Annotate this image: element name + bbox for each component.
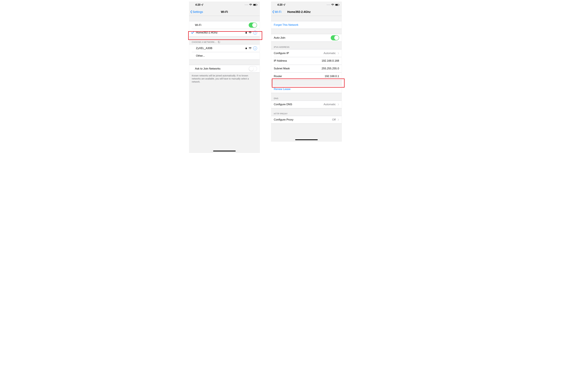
status-time: 4:20 <box>277 3 282 6</box>
router-row: Router 192.168.0.1 <box>271 72 342 80</box>
other-network-other-row[interactable]: Other... <box>189 52 260 60</box>
other-network-row[interactable]: ZyXEL_A30B i <box>189 44 260 52</box>
status-time: 4:20 <box>195 3 200 6</box>
spinner-icon <box>218 41 220 43</box>
chevron-right-icon <box>338 52 339 54</box>
wifi-signal-icon <box>249 32 252 34</box>
chevron-right-icon <box>338 118 339 121</box>
cell-signal-dots-icon <box>327 4 330 5</box>
battery-icon <box>335 4 339 6</box>
ip-address-row: IP Address 192.168.0.168 <box>271 57 342 65</box>
ask-join-toggle[interactable] <box>249 66 257 71</box>
configure-proxy-label: Configure Proxy <box>274 118 332 121</box>
forget-network-label: Forget This Network <box>274 23 298 26</box>
other-label: Other... <box>196 54 257 57</box>
status-bar: 4:20 <box>189 2 260 8</box>
wifi-toggle-row[interactable]: Wi-Fi <box>189 21 260 29</box>
cell-signal-dots-icon <box>245 4 248 5</box>
renew-lease-label: Renew Lease <box>274 88 291 91</box>
info-icon[interactable]: i <box>253 46 257 50</box>
router-label: Router <box>274 75 325 78</box>
wifi-signal-icon <box>249 47 252 49</box>
configure-dns-value: Automatic <box>323 103 336 106</box>
ipv4-header: IPV4 ADDRESS <box>271 42 342 49</box>
proxy-header: HTTP PROXY <box>271 108 342 116</box>
location-arrow-icon <box>201 4 203 6</box>
wifi-toggle[interactable] <box>249 23 257 28</box>
ask-join-label: Ask to Join Networks <box>192 67 249 70</box>
choose-network-header: CHOOSE A NETWORK... <box>192 41 217 43</box>
configure-ip-row[interactable]: Configure IP Automatic <box>271 49 342 57</box>
subnet-mask-label: Subnet Mask <box>274 67 321 70</box>
ip-address-value: 192.168.0.168 <box>321 59 339 63</box>
other-network-name: ZyXEL_A30B <box>196 47 245 50</box>
home-indicator[interactable] <box>213 151 236 151</box>
configure-proxy-value: Off <box>332 118 336 121</box>
info-icon[interactable]: i <box>253 31 257 35</box>
wifi-icon <box>249 4 252 6</box>
subnet-mask-row: Subnet Mask 255.255.255.0 <box>271 65 342 72</box>
checkmark-icon <box>191 32 194 34</box>
nav-title: Home392-2.4Ghz <box>271 10 342 13</box>
chevron-right-icon <box>338 103 339 105</box>
renew-lease-button[interactable]: Renew Lease <box>271 85 342 93</box>
auto-join-toggle[interactable] <box>331 35 339 40</box>
nav-bar: Wi-Fi Home392-2.4Ghz <box>271 8 342 16</box>
router-value: 192.168.0.1 <box>325 75 339 78</box>
configure-dns-row[interactable]: Configure DNS Automatic <box>271 101 342 108</box>
configure-ip-value: Automatic <box>323 52 336 55</box>
auto-join-label: Auto-Join <box>274 36 331 39</box>
configure-proxy-row[interactable]: Configure Proxy Off <box>271 116 342 124</box>
lock-icon <box>245 47 247 49</box>
nav-bar: Settings Wi-Fi <box>189 8 260 16</box>
configure-dns-label: Configure DNS <box>274 103 323 106</box>
connected-network-name: Home392-2.4Ghz <box>196 31 245 34</box>
dns-header: DNS <box>271 93 342 101</box>
subnet-mask-value: 255.255.255.0 <box>321 67 339 70</box>
ip-address-label: IP Address <box>274 59 321 63</box>
battery-icon <box>253 4 257 6</box>
wifi-icon <box>331 4 334 6</box>
lock-icon <box>245 32 247 34</box>
phone-wifi-list: 4:20 Settings Wi-Fi Wi-Fi <box>189 2 260 153</box>
home-indicator[interactable] <box>295 139 318 140</box>
connected-network-row[interactable]: Home392-2.4Ghz i <box>189 29 260 37</box>
auto-join-row[interactable]: Auto-Join <box>271 34 342 42</box>
configure-ip-label: Configure IP <box>274 52 323 55</box>
nav-title: Wi-Fi <box>189 10 260 13</box>
wifi-toggle-label: Wi-Fi <box>192 24 249 27</box>
location-arrow-icon <box>283 4 285 6</box>
forget-network-button[interactable]: Forget This Network <box>271 21 342 29</box>
ask-to-join-row[interactable]: Ask to Join Networks <box>189 65 260 73</box>
status-bar: 4:20 <box>271 2 342 8</box>
ask-join-footer: Known networks will be joined automatica… <box>189 73 260 85</box>
phone-wifi-details: 4:20 Wi-Fi Home392-2.4Ghz Forget This Ne… <box>271 2 342 142</box>
